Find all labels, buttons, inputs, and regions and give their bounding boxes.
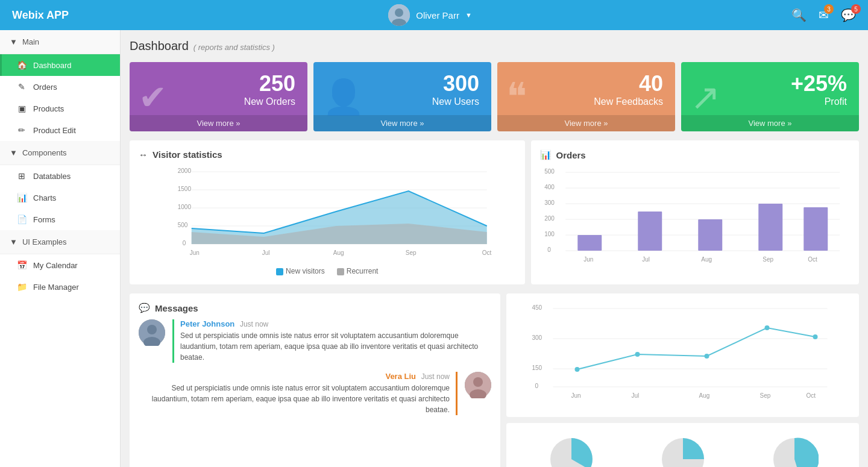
svg-point-59 [765, 325, 770, 330]
stat-card-users: 👤 300 New Users View more » [313, 62, 491, 131]
sidebar: ▼ Main 🏠 Dashboard ✎ Orders ▣ Products ✏… [0, 30, 121, 467]
stat-card-orders: ✔ 250 New Orders View more » [130, 62, 307, 131]
profit-bg-icon: ↗ [690, 76, 720, 118]
message-item-vera: Vera Liu Just now Sed ut perspiciatis un… [139, 372, 491, 415]
sidebar-item-calendar[interactable]: 📅 My Calendar [0, 254, 120, 276]
svg-text:0: 0 [547, 246, 551, 253]
svg-text:0: 0 [535, 383, 539, 389]
svg-text:Oct: Oct [808, 256, 817, 263]
user-dropdown-icon[interactable]: ▼ [465, 11, 472, 19]
visitor-chart-title: ↔ Visitor statistics [139, 149, 516, 160]
message-sender-vera: Vera Liu Just now [139, 372, 450, 381]
orders-chart-panel: 📊 Orders 500 400 300 200 100 0 [531, 140, 860, 284]
sidebar-item-product-edit[interactable]: ✏ Product Edit [0, 119, 120, 141]
svg-text:450: 450 [532, 304, 542, 311]
section-label: Main [22, 37, 39, 46]
pie-chart-25 [659, 435, 707, 467]
sidebar-item-forms[interactable]: 📄 Forms [0, 208, 120, 230]
orders-chart-svg: 500 400 300 200 100 0 [540, 166, 851, 272]
section-arrow: ▼ [10, 148, 17, 157]
sidebar-item-orders[interactable]: ✎ Orders [0, 76, 120, 98]
pie-item-25: 25 [659, 435, 707, 467]
bottom-row: 💬 Messages Peter Johnson Just now Sed ut… [130, 293, 859, 467]
recurrent-legend: Recurrent [337, 267, 379, 275]
message-text-vera: Sed ut perspiciatis unde omnis iste natu… [139, 383, 450, 415]
svg-text:0: 0 [183, 240, 186, 246]
svg-text:Oct: Oct [482, 249, 492, 256]
chat-icon[interactable]: 💬 5 [841, 8, 856, 22]
svg-point-60 [813, 334, 818, 339]
stat-card-profit: ↗ +25% Profit View more » [681, 62, 859, 131]
messages-panel: 💬 Messages Peter Johnson Just now Sed ut… [130, 293, 500, 467]
message-item: Peter Johnson Just now Sed ut perspiciat… [139, 319, 491, 363]
sidebar-section-ui[interactable]: ▼ UI Examples [0, 230, 120, 254]
section-label: UI Examples [22, 237, 67, 246]
sidebar-item-label: Datatables [33, 172, 71, 181]
svg-rect-34 [698, 219, 722, 251]
users-view-more[interactable]: View more » [313, 115, 491, 131]
pie-chart-45 [770, 435, 819, 467]
orders-icon: ✎ [16, 82, 27, 92]
pie-charts-row: 30 25 [515, 435, 850, 467]
svg-text:400: 400 [544, 184, 555, 190]
svg-text:Aug: Aug [333, 249, 344, 256]
datatables-icon: ⊞ [16, 171, 27, 181]
sidebar-section-main[interactable]: ▼ Main [0, 30, 120, 54]
svg-text:150: 150 [532, 365, 542, 371]
svg-rect-35 [758, 204, 782, 251]
sidebar-item-charts[interactable]: 📊 Charts [0, 187, 120, 208]
sidebar-item-dashboard[interactable]: 🏠 Dashboard [0, 54, 120, 76]
message-text-peter: Sed ut perspiciatis unde omnis iste natu… [180, 330, 491, 363]
svg-text:Aug: Aug [699, 392, 710, 399]
avatar [388, 4, 410, 26]
user-profile[interactable]: Oliver Parr ▼ [388, 4, 472, 26]
home-icon: 🏠 [16, 60, 27, 70]
svg-text:Oct: Oct [807, 392, 816, 399]
folder-icon: 📁 [16, 282, 27, 292]
stat-cards: ✔ 250 New Orders View more » 👤 300 New U… [130, 62, 859, 131]
sidebar-item-datatables[interactable]: ⊞ Datatables [0, 165, 120, 187]
sidebar-item-products[interactable]: ▣ Products [0, 98, 120, 119]
mail-badge: 3 [824, 4, 834, 14]
svg-text:Jun: Jun [583, 256, 593, 263]
page-header: Dashboard ( reports and statistics ) [130, 39, 859, 53]
chat-badge: 5 [851, 4, 861, 14]
section-label: Components [22, 148, 67, 157]
page-subtitle: ( reports and statistics ) [193, 43, 275, 52]
svg-text:200: 200 [544, 215, 555, 222]
feedbacks-count: 40 [509, 71, 663, 96]
stat-card-feedbacks: ❝ 40 New Feedbacks View more » [497, 62, 675, 131]
app-body: ▼ Main 🏠 Dashboard ✎ Orders ▣ Products ✏… [0, 30, 868, 467]
orders-chart-title: 📊 Orders [540, 149, 851, 160]
section-arrow: ▼ [10, 237, 17, 246]
svg-point-57 [635, 352, 640, 357]
mail-icon[interactable]: ✉ 3 [819, 8, 829, 22]
svg-point-1 [395, 8, 403, 17]
message-avatar-peter [139, 319, 165, 346]
message-body-peter: Peter Johnson Just now Sed ut perspiciat… [172, 319, 491, 363]
orders-view-more[interactable]: View more » [130, 115, 307, 131]
visitor-chart-svg: 2000 1500 1000 500 0 [139, 166, 516, 262]
section-arrow: ▼ [10, 37, 17, 46]
line-chart-svg: 450 300 150 0 [515, 302, 850, 408]
svg-text:Jun: Jun [190, 249, 200, 256]
pie-item-45: 45 [770, 435, 819, 467]
products-icon: ▣ [16, 104, 27, 113]
sidebar-section-components[interactable]: ▼ Components [0, 141, 120, 165]
app-header: Webix APP Oliver Parr ▼ 🔍 ✉ 3 💬 5 [0, 0, 868, 30]
orders-chart-icon: 📊 [540, 149, 552, 160]
charts-row-1: ↔ Visitor statistics 2000 1500 1000 500 … [130, 140, 859, 284]
sidebar-item-label: Products [33, 104, 64, 113]
svg-text:Jun: Jun [571, 392, 581, 399]
svg-text:2000: 2000 [178, 168, 192, 174]
pie-item-30: 30 [547, 435, 596, 467]
username: Oliver Parr [416, 10, 459, 20]
search-icon[interactable]: 🔍 [791, 8, 807, 22]
message-sender-peter: Peter Johnson Just now [180, 319, 491, 328]
message-time: Just now [240, 320, 268, 328]
sidebar-item-label: Orders [33, 83, 57, 92]
sidebar-item-file-manager[interactable]: 📁 File Manager [0, 276, 120, 298]
svg-text:Sep: Sep [760, 392, 771, 399]
app-title: Webix APP [12, 9, 69, 22]
calendar-icon: 📅 [16, 260, 27, 270]
